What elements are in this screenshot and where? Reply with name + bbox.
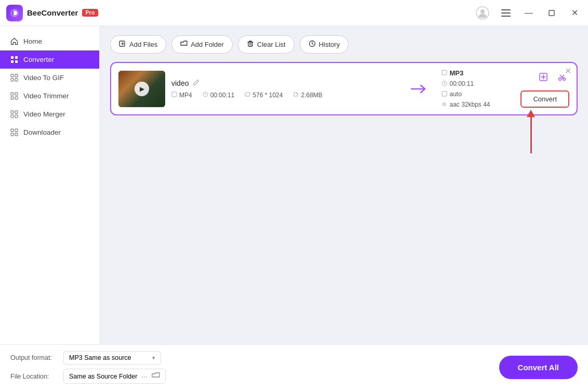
svg-rect-18	[11, 97, 14, 99]
sidebar: Home Converter	[0, 26, 100, 344]
close-card-button[interactable]: ✕	[565, 67, 571, 75]
sidebar-item-downloader-label: Downloader	[23, 128, 61, 136]
file-thumbnail[interactable]: ▶	[118, 71, 165, 107]
output-quality: auto	[449, 90, 461, 98]
file-actions: Convert	[520, 70, 569, 108]
file-info: video	[171, 79, 396, 99]
converter-icon	[10, 56, 18, 63]
svg-rect-8	[11, 56, 14, 59]
menu-button[interactable]	[499, 6, 513, 20]
format-select[interactable]: MP3 Same as source ▾	[63, 351, 161, 365]
file-card: ✕ ▶ video	[110, 62, 578, 115]
svg-rect-9	[15, 56, 18, 59]
sidebar-item-video-to-gif-label: Video To GIF	[23, 74, 64, 82]
svg-rect-11	[15, 60, 18, 63]
svg-rect-25	[15, 129, 18, 132]
output-format-row: Output format: MP3 Same as source ▾	[10, 351, 166, 365]
output-audio-icon	[442, 101, 447, 108]
sidebar-item-converter[interactable]: Converter	[0, 50, 99, 69]
svg-rect-22	[11, 115, 14, 118]
edit-output-button[interactable]	[536, 70, 551, 84]
svg-rect-7	[549, 10, 554, 16]
arrow-svg	[410, 84, 427, 94]
svg-rect-12	[11, 74, 14, 77]
sidebar-item-video-trimmer[interactable]: Video Trimmer	[0, 87, 99, 105]
maximize-button[interactable]	[544, 6, 559, 20]
svg-rect-38	[442, 92, 447, 96]
sidebar-item-video-merger[interactable]: Video Merger	[0, 105, 99, 123]
minimize-button[interactable]: —	[522, 6, 536, 20]
svg-rect-36	[442, 70, 447, 75]
output-format: MP3	[449, 69, 463, 77]
output-duration-icon	[442, 81, 447, 87]
toolbar: Add Files Add Folder	[110, 35, 578, 54]
convert-arrow	[402, 84, 435, 94]
svg-rect-29	[248, 42, 252, 46]
close-button[interactable]: ✕	[567, 6, 582, 20]
titlebar-right: — ✕	[475, 5, 582, 21]
svg-rect-21	[15, 111, 18, 113]
clear-list-button[interactable]: Clear List	[238, 35, 295, 54]
add-folder-icon	[180, 40, 188, 49]
video-merger-icon	[10, 110, 18, 118]
output-duration-item: 00:00:11	[442, 80, 514, 87]
file-name: video	[171, 79, 189, 87]
file-list-area: ✕ ▶ video	[110, 62, 578, 344]
sidebar-item-video-to-gif[interactable]: Video To GIF	[0, 69, 99, 87]
svg-rect-1	[12, 11, 14, 15]
size-icon	[293, 92, 299, 98]
svg-rect-13	[15, 74, 18, 77]
home-icon	[10, 37, 18, 45]
output-info: MP3 00:00:11	[442, 69, 514, 108]
source-duration: 00:00:11	[210, 92, 235, 99]
format-value: MP3 Same as source	[69, 354, 131, 361]
location-value: Same as Source Folder	[69, 373, 137, 380]
add-folder-button[interactable]: Add Folder	[171, 35, 233, 54]
output-duration: 00:00:11	[449, 80, 474, 87]
content-area: Add Files Add Folder	[100, 26, 588, 344]
file-name-row: video	[171, 79, 396, 87]
folder-icon[interactable]	[152, 372, 160, 381]
svg-rect-15	[15, 79, 18, 81]
output-format-item: MP3	[442, 69, 514, 77]
history-button[interactable]: History	[300, 35, 349, 54]
play-button[interactable]: ▶	[135, 82, 149, 96]
svg-rect-16	[11, 93, 14, 95]
bottom-left: Output format: MP3 Same as source ▾ File…	[10, 351, 166, 384]
svg-rect-4	[501, 9, 511, 10]
source-format-item: MP4	[171, 92, 192, 99]
svg-rect-10	[11, 60, 14, 63]
chevron-down-icon: ▾	[152, 355, 155, 361]
sidebar-item-downloader[interactable]: Downloader	[0, 123, 99, 141]
bottom-bar: Output format: MP3 Same as source ▾ File…	[0, 344, 588, 390]
format-icon	[171, 92, 177, 98]
edit-icon[interactable]	[193, 79, 199, 87]
clear-list-icon	[247, 40, 254, 49]
more-options-icon[interactable]: ···	[141, 372, 148, 381]
svg-rect-35	[245, 93, 250, 96]
arrow-line	[530, 117, 532, 153]
file-meta: MP4 00:00:11	[171, 92, 396, 99]
svg-rect-20	[11, 111, 14, 113]
app-logo	[6, 5, 23, 21]
output-quality-icon	[442, 91, 447, 98]
profile-icon[interactable]	[475, 5, 490, 21]
output-quality-item: auto	[442, 90, 514, 98]
sidebar-item-home-label: Home	[23, 37, 42, 45]
duration-icon	[203, 92, 208, 98]
convert-all-button[interactable]: Convert All	[499, 356, 578, 379]
svg-rect-26	[11, 133, 14, 136]
resolution-icon	[245, 92, 250, 98]
pro-badge: Pro	[82, 9, 98, 17]
svg-rect-23	[15, 115, 18, 118]
sidebar-item-home[interactable]: Home	[0, 32, 99, 50]
convert-button[interactable]: Convert	[520, 90, 569, 108]
add-files-button[interactable]: Add Files	[110, 35, 166, 54]
sidebar-item-video-merger-label: Video Merger	[23, 110, 65, 118]
file-location-label: File Location:	[10, 373, 57, 380]
app-name: BeeConverter	[27, 8, 78, 17]
svg-point-3	[480, 9, 485, 14]
output-audio: aac 32kbps 44	[449, 101, 490, 108]
output-audio-item: aac 32kbps 44	[442, 101, 514, 108]
add-files-icon	[119, 40, 126, 49]
